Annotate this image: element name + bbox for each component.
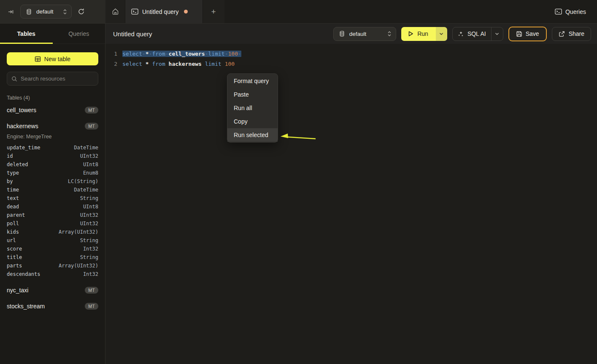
column-name: by <box>7 178 13 184</box>
column-type: UInt32 <box>80 153 98 159</box>
engine-badge: MT <box>85 107 98 113</box>
column-type: LC(String) <box>68 178 98 184</box>
column-type: String <box>80 195 98 201</box>
code-line[interactable]: 2select * from hackernews limit 100 <box>105 59 597 69</box>
table-row[interactable]: cell_towersMT <box>7 103 98 117</box>
table-name: nyc_taxi <box>7 287 28 294</box>
token-kw: limit <box>205 61 222 67</box>
menu-item-copy[interactable]: Copy <box>227 115 278 128</box>
menu-item-format-query[interactable]: Format query <box>227 74 278 88</box>
topbar: default <box>0 0 597 24</box>
token-kw: select <box>122 51 142 57</box>
save-button-label: Save <box>526 30 539 37</box>
topbar-database-selector[interactable]: default <box>20 5 72 19</box>
tab-untitled-query[interactable]: Untitled query <box>125 0 203 23</box>
column-type: String <box>80 237 98 243</box>
sql-ai-label: SQL AI <box>467 30 486 37</box>
table-name: cell_towers <box>7 107 36 113</box>
menu-item-paste[interactable]: Paste <box>227 88 278 101</box>
query-database-selector[interactable]: default <box>333 27 397 41</box>
engine-badge: MT <box>85 303 98 310</box>
engine-badge: MT <box>85 123 98 129</box>
token-kw: limit <box>208 51 225 57</box>
share-button-label: Share <box>569 30 584 37</box>
run-button-main[interactable]: Run <box>401 27 436 41</box>
chevron-down-icon <box>495 32 499 35</box>
query-database-value: default <box>348 31 384 37</box>
table-columns-list: update_timeDateTimeidUInt32deletedUInt8t… <box>7 143 98 278</box>
code-text: select * from hackernews limit 100 <box>117 59 235 69</box>
refresh-icon <box>78 8 85 15</box>
new-table-label: New table <box>44 56 70 62</box>
new-tab-button[interactable]: + <box>203 0 224 23</box>
search-box <box>7 72 98 86</box>
save-button[interactable]: Save <box>508 27 547 41</box>
sidebar-body: New table Tables (4) cell_towersMThacker… <box>0 44 105 313</box>
token-op: * <box>146 61 149 67</box>
queries-button[interactable]: Queries <box>555 8 586 15</box>
sql-ai-caret[interactable] <box>491 27 503 40</box>
home-icon <box>112 8 119 15</box>
search-input[interactable] <box>21 75 94 82</box>
sql-editor[interactable]: 1select·*·from·cell_towers·limit·100·2se… <box>105 44 597 364</box>
home-tab-button[interactable] <box>105 0 125 23</box>
sidebar-tab-tables[interactable]: Tables <box>0 24 53 43</box>
share-icon <box>559 31 565 37</box>
new-table-button[interactable]: New table <box>7 52 98 65</box>
code-lines: 1select·*·from·cell_towers·limit·100·2se… <box>105 49 597 69</box>
table-row[interactable]: stocks_streamMT <box>7 299 98 313</box>
token-ws: · <box>238 51 241 57</box>
table-row[interactable]: nyc_taxiMT <box>7 283 98 297</box>
menu-item-run-selected[interactable]: Run selected <box>227 128 278 142</box>
terminal-icon <box>555 8 562 15</box>
database-icon <box>26 8 32 15</box>
column-row: timeDateTime <box>7 186 98 194</box>
sidebar-tab-queries[interactable]: Queries <box>53 24 105 43</box>
sidebar-tabs: Tables Queries <box>0 24 105 44</box>
unsaved-changes-dot <box>184 10 188 13</box>
column-name: score <box>7 246 22 252</box>
column-type: Array(UInt32) <box>59 263 98 269</box>
column-type: Array(UInt32) <box>59 229 98 235</box>
token-sp <box>222 61 225 67</box>
refresh-button[interactable] <box>76 6 86 17</box>
token-num: 100 <box>228 51 238 57</box>
table-row[interactable]: hackernewsMT <box>7 119 98 133</box>
column-row: urlString <box>7 236 98 245</box>
header-controls: default Run <box>333 27 591 41</box>
sql-ai-main[interactable]: SQL AI <box>453 27 491 40</box>
table-name: hackernews <box>7 123 38 129</box>
sql-ai-button[interactable]: SQL AI <box>452 27 503 41</box>
column-name: descendants <box>7 271 40 277</box>
main-panel: Untitled query default <box>105 24 597 364</box>
share-button[interactable]: Share <box>552 27 591 41</box>
column-type: DateTime <box>74 145 98 151</box>
token-ident: hackernews <box>169 61 202 67</box>
play-icon <box>408 31 413 37</box>
menu-item-run-all[interactable]: Run all <box>227 101 278 115</box>
collapse-sidebar-button[interactable] <box>6 7 16 17</box>
column-type: UInt32 <box>80 212 98 218</box>
column-row: typeEnum8 <box>7 169 98 177</box>
column-type: Int32 <box>83 246 98 252</box>
token-kw: select <box>122 61 142 67</box>
tables-list: cell_towersMThackernewsMTEngine: MergeTr… <box>7 103 98 313</box>
token-op: * <box>146 51 149 57</box>
column-row: descendantsInt32 <box>7 270 98 278</box>
column-row: parentUInt32 <box>7 211 98 219</box>
table-name: stocks_stream <box>7 303 45 310</box>
run-options-caret[interactable] <box>436 27 447 41</box>
column-row: byLC(String) <box>7 177 98 186</box>
run-button[interactable]: Run <box>401 27 447 41</box>
line-number: 2 <box>105 59 117 69</box>
column-name: poll <box>7 221 19 226</box>
token-ws: · <box>205 51 208 57</box>
token-sp <box>202 61 205 67</box>
topbar-database-value: default <box>35 8 59 15</box>
table-grid-icon <box>35 56 41 62</box>
column-row: partsArray(UInt32) <box>7 262 98 270</box>
token-kw: from <box>152 61 165 67</box>
column-type: String <box>80 254 98 260</box>
token-ident: cell_towers <box>169 51 205 57</box>
code-line[interactable]: 1select·*·from·cell_towers·limit·100· <box>105 49 597 59</box>
